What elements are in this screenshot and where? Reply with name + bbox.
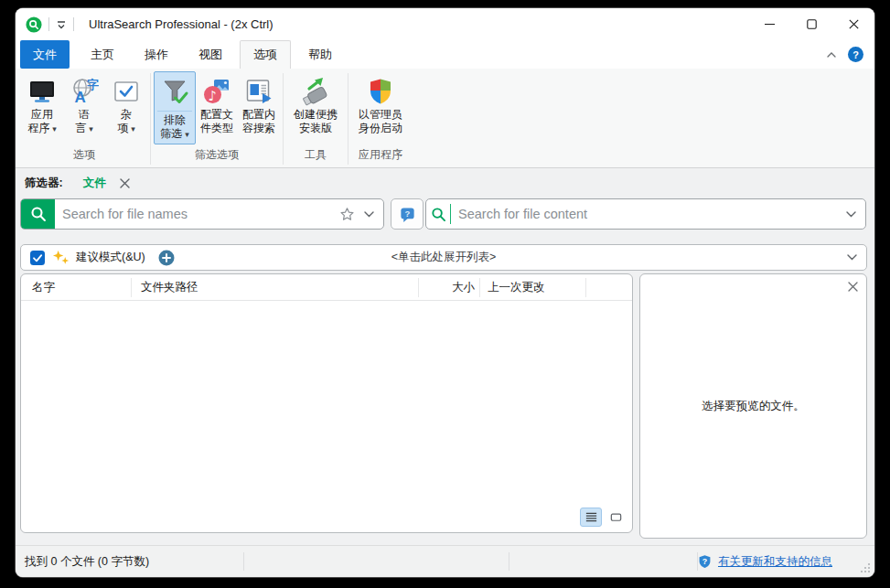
- statusbar-separator: [509, 552, 509, 571]
- button-label: 件类型: [200, 122, 233, 135]
- button-label: 创建便携: [294, 108, 338, 122]
- column-separator[interactable]: [131, 278, 132, 297]
- filter-close-icon[interactable]: [119, 176, 132, 189]
- suggestion-mode-checkbox[interactable]: [30, 251, 45, 265]
- svg-text:?: ?: [404, 208, 410, 218]
- app-window: UltraSearch Professional - (2x Ctrl) 文件 …: [16, 8, 874, 577]
- tab-view[interactable]: 视图: [186, 40, 235, 69]
- button-label: 配置文: [200, 108, 233, 122]
- chevron-down-icon[interactable]: [847, 254, 857, 261]
- column-header-size[interactable]: 大小: [418, 274, 475, 301]
- button-label: 容搜索: [242, 122, 275, 135]
- collapse-ribbon-icon[interactable]: [826, 51, 837, 59]
- group-label: 应用程序: [348, 146, 413, 167]
- search-icon: [426, 206, 450, 223]
- svg-text:字: 字: [87, 78, 99, 91]
- content-search-doc-icon: [244, 77, 273, 106]
- preview-panel: 选择要预览的文件。: [639, 273, 867, 539]
- quick-access-dropdown-icon[interactable]: [56, 20, 67, 29]
- group-label: 工具: [284, 146, 348, 167]
- file-types-media-icon: ♪: [202, 77, 231, 106]
- column-header-last-modified[interactable]: 上一次更改: [488, 274, 545, 301]
- filter-tab-files[interactable]: 文件: [83, 176, 106, 191]
- run-as-admin-button[interactable]: 以管理员 身份启动: [351, 71, 410, 138]
- titlebar-separator: [48, 17, 49, 31]
- help-bubble-icon: ?: [399, 206, 416, 223]
- statusbar-separator: [243, 552, 244, 571]
- ribbon-group-filter-options: 排除 筛选 ♪ 配置文 件类型: [151, 70, 283, 167]
- help-icon[interactable]: ?: [848, 47, 863, 62]
- column-separator[interactable]: [585, 278, 586, 297]
- file-name-search-box[interactable]: [20, 198, 384, 230]
- sparkles-icon: [52, 249, 70, 266]
- language-button[interactable]: A 字 语 言: [63, 71, 105, 139]
- expand-list-hint[interactable]: <单击此处展开列表>: [21, 250, 866, 265]
- usb-portable-icon: [301, 77, 330, 106]
- add-suggestion-icon[interactable]: [158, 250, 175, 266]
- configure-file-types-button[interactable]: ♪ 配置文 件类型: [196, 71, 238, 138]
- filter-label: 筛选器:: [25, 176, 63, 191]
- button-label: 应用: [31, 108, 53, 122]
- uac-shield-icon: [366, 77, 395, 106]
- favorite-star-icon[interactable]: [339, 207, 355, 222]
- exclude-filter-button[interactable]: 排除 筛选: [154, 71, 196, 144]
- tab-home[interactable]: 主页: [78, 40, 127, 69]
- ribbon-group-options: 应用 程序 A 字 语 言: [18, 70, 150, 167]
- resize-grip[interactable]: [860, 562, 871, 573]
- search-row: ?: [16, 198, 874, 230]
- svg-text:♪: ♪: [209, 88, 218, 104]
- file-name-search-input[interactable]: [55, 207, 339, 221]
- button-label: 以管理员: [359, 108, 402, 122]
- column-header-folder-path[interactable]: 文件夹路径: [141, 274, 198, 301]
- list-view-button[interactable]: [580, 508, 602, 527]
- svg-text:?: ?: [702, 557, 707, 566]
- close-button[interactable]: [832, 8, 874, 40]
- svg-text:A: A: [75, 89, 86, 106]
- tile-view-icon: [609, 510, 623, 524]
- tab-help[interactable]: 帮助: [295, 40, 345, 69]
- search-syntax-help-button[interactable]: ?: [391, 198, 424, 230]
- button-label: 项: [117, 122, 135, 136]
- language-globe-icon: A 字: [70, 77, 99, 106]
- file-content-search-input[interactable]: [451, 207, 846, 221]
- ribbon-tab-bar: 文件 主页 操作 视图 选项 帮助 ?: [16, 40, 874, 69]
- group-label: 选项: [18, 146, 150, 167]
- button-label: 语: [79, 108, 90, 122]
- tile-view-button[interactable]: [605, 508, 627, 527]
- application-button[interactable]: 应用 程序: [21, 71, 63, 139]
- button-label: 安装版: [299, 122, 332, 135]
- chevron-down-icon[interactable]: [364, 211, 374, 218]
- tab-file[interactable]: 文件: [20, 40, 70, 69]
- window-title: UltraSearch Professional - (2x Ctrl): [89, 17, 273, 31]
- button-label: 排除: [164, 113, 186, 127]
- suggestion-mode-label: 建议模式(&U): [76, 250, 145, 265]
- file-list-panel: 名字 文件夹路径 大小 上一次更改: [20, 273, 633, 533]
- list-view-icon: [584, 510, 598, 524]
- titlebar-separator: [73, 17, 74, 31]
- app-logo-icon: [26, 16, 42, 33]
- maximize-button[interactable]: [790, 8, 832, 40]
- column-header-name[interactable]: 名字: [32, 274, 55, 301]
- tab-actions[interactable]: 操作: [132, 40, 181, 69]
- search-icon: [21, 199, 55, 229]
- update-shield-icon: ?: [698, 554, 712, 569]
- configure-content-search-button[interactable]: 配置内 容搜索: [238, 71, 280, 138]
- exclude-filter-funnel-icon: [160, 77, 189, 106]
- title-bar[interactable]: UltraSearch Professional - (2x Ctrl): [16, 8, 874, 40]
- button-label: 身份启动: [359, 122, 402, 135]
- checkbox-icon: [112, 77, 141, 106]
- file-content-search-box[interactable]: [425, 198, 866, 230]
- misc-button[interactable]: 杂 项: [105, 71, 147, 139]
- tab-options[interactable]: 选项: [240, 40, 291, 69]
- minimize-button[interactable]: [748, 8, 790, 40]
- button-label: 配置内: [242, 108, 275, 122]
- update-support-link[interactable]: 有关更新和支持的信息: [718, 554, 832, 570]
- suggestion-mode-bar[interactable]: 建议模式(&U) <单击此处展开列表>: [20, 244, 867, 271]
- column-separator[interactable]: [479, 278, 480, 297]
- preview-close-icon[interactable]: [845, 279, 860, 294]
- button-label: 筛选: [160, 127, 189, 142]
- chevron-down-icon[interactable]: [846, 211, 856, 218]
- ribbon: 应用 程序 A 字 语 言: [16, 69, 874, 168]
- button-label: 杂: [121, 108, 132, 122]
- create-portable-button[interactable]: 创建便携 安装版: [286, 71, 345, 138]
